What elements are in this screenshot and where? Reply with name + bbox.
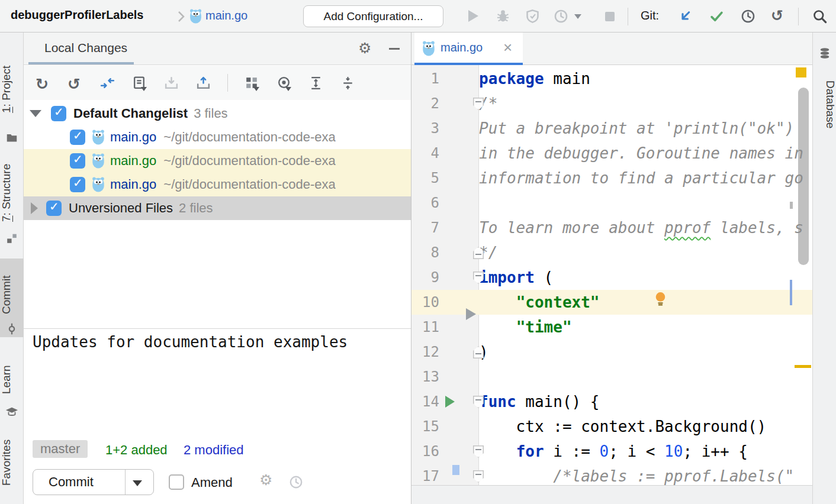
line-number[interactable]: 12 bbox=[411, 340, 439, 364]
git-update-button[interactable] bbox=[677, 8, 693, 24]
breadcrumb-project[interactable]: debuggerProfilerLabels bbox=[11, 8, 144, 22]
code-text[interactable]: "context" bbox=[479, 290, 600, 315]
expand-all-icon[interactable] bbox=[308, 75, 324, 91]
sidebar-item-structure[interactable]: 7: Structure bbox=[0, 155, 24, 231]
line-number[interactable]: 5 bbox=[411, 166, 439, 190]
code-line[interactable]: 5information to find a particular go bbox=[411, 166, 812, 190]
code-line[interactable]: 15 ctx := context.Background() bbox=[411, 414, 812, 439]
search-everywhere-button[interactable] bbox=[812, 8, 828, 24]
profiler-dropdown-icon[interactable] bbox=[574, 14, 581, 19]
breadcrumb-file[interactable]: main.go bbox=[205, 9, 247, 22]
vcs-change-marker[interactable] bbox=[452, 465, 459, 475]
code-text[interactable]: in the debugger. Goroutine names in bbox=[479, 141, 803, 166]
commit-message-input[interactable]: Updates for documentation examples bbox=[33, 333, 348, 351]
line-number[interactable]: 17 bbox=[411, 464, 439, 485]
changelist-row[interactable]: Default Changelist 3 files bbox=[24, 102, 411, 125]
sidebar-item-project[interactable]: 1: Project bbox=[0, 50, 24, 128]
code-text[interactable]: ctx := context.Background() bbox=[479, 414, 766, 439]
line-number[interactable]: 14 bbox=[411, 389, 439, 414]
panel-divider[interactable] bbox=[24, 328, 411, 329]
tab-main-go[interactable]: main.go × bbox=[414, 33, 523, 65]
sidebar-item-database[interactable]: Database bbox=[813, 66, 836, 143]
code-line[interactable]: 10 "context" bbox=[411, 290, 812, 315]
rollback-icon[interactable]: ↺ bbox=[67, 75, 83, 91]
intention-bulb-icon[interactable] bbox=[652, 290, 668, 306]
line-number[interactable]: 2 bbox=[411, 91, 439, 116]
commit-button[interactable]: Commit bbox=[33, 469, 154, 495]
sidebar-item-commit-label[interactable]: Commit bbox=[0, 267, 24, 322]
code-line[interactable]: 6 bbox=[411, 190, 812, 215]
line-number[interactable]: 15 bbox=[411, 414, 439, 439]
line-number[interactable]: 6 bbox=[411, 190, 439, 215]
add-configuration-button[interactable]: Add Configuration... bbox=[303, 5, 443, 27]
warning-stripe-mark[interactable] bbox=[795, 365, 811, 368]
unshelve-icon[interactable] bbox=[195, 75, 211, 91]
changelist-icon[interactable] bbox=[131, 75, 147, 91]
code-text[interactable]: To learn more about pprof labels, s bbox=[479, 215, 803, 240]
code-line[interactable]: 2/* bbox=[411, 91, 812, 116]
commit-options-gear-icon[interactable]: ⚙ bbox=[259, 471, 272, 489]
line-number[interactable]: 1 bbox=[411, 66, 439, 91]
changed-lines-stripe-mark[interactable] bbox=[790, 280, 792, 305]
code-line[interactable]: 13 bbox=[411, 364, 812, 389]
changelist-checkbox[interactable] bbox=[51, 106, 66, 121]
code-text[interactable]: /*labels := pprof.Labels(" bbox=[479, 464, 794, 485]
editor-scrollbar[interactable] bbox=[798, 88, 809, 265]
changed-file-row[interactable]: main.go~/git/documentation-code-exa bbox=[24, 125, 411, 149]
code-text[interactable]: package main bbox=[479, 66, 590, 91]
code-line[interactable]: 9import ( bbox=[411, 265, 812, 290]
code-text[interactable]: func main() { bbox=[479, 389, 600, 414]
refresh-icon[interactable]: ↻ bbox=[36, 75, 52, 91]
git-history-button[interactable] bbox=[740, 8, 756, 24]
code-editor[interactable]: 1package main2/*3Put a breakpoint at 'pr… bbox=[411, 65, 812, 485]
line-number[interactable]: 11 bbox=[411, 315, 439, 340]
code-line[interactable]: 11 "time" bbox=[411, 315, 812, 340]
file-checkbox[interactable] bbox=[70, 130, 85, 145]
code-line[interactable]: 12) bbox=[411, 340, 812, 364]
tab-local-changes[interactable]: Local Changes bbox=[44, 41, 127, 55]
code-text[interactable]: information to find a particular go bbox=[479, 166, 803, 190]
gear-icon[interactable]: ⚙ bbox=[358, 40, 371, 57]
unversioned-files-row[interactable]: Unversioned Files 2 files bbox=[24, 196, 411, 220]
line-number[interactable]: 7 bbox=[411, 215, 439, 240]
collapse-arrow-icon[interactable] bbox=[31, 202, 38, 214]
line-number[interactable]: 16 bbox=[411, 439, 439, 464]
code-line[interactable]: 1package main bbox=[411, 66, 812, 91]
code-text[interactable]: import ( bbox=[479, 265, 553, 290]
profiler-button[interactable] bbox=[553, 8, 569, 24]
stop-button[interactable] bbox=[605, 12, 615, 21]
run-button[interactable] bbox=[468, 10, 478, 22]
line-number[interactable]: 4 bbox=[411, 141, 439, 166]
group-by-icon[interactable] bbox=[244, 75, 260, 91]
code-line[interactable]: 7To learn more about pprof labels, s bbox=[411, 215, 812, 240]
unversioned-checkbox[interactable] bbox=[46, 201, 62, 216]
git-rollback-button[interactable]: ↺ bbox=[771, 8, 783, 24]
update-project-icon[interactable] bbox=[99, 75, 115, 91]
changed-file-row[interactable]: main.go~/git/documentation-code-exa bbox=[24, 173, 411, 196]
code-text[interactable]: Put a breakpoint at 'println("ok") bbox=[479, 116, 794, 141]
hide-panel-icon[interactable] bbox=[389, 48, 400, 50]
run-with-coverage-button[interactable] bbox=[525, 8, 541, 24]
code-line[interactable]: 14func main() { bbox=[411, 389, 812, 414]
commit-dropdown-icon[interactable] bbox=[133, 480, 142, 486]
code-line[interactable]: 3Put a breakpoint at 'println("ok") bbox=[411, 116, 812, 141]
code-line[interactable]: 17 /*labels := pprof.Labels(" bbox=[411, 464, 812, 485]
close-tab-icon[interactable]: × bbox=[503, 38, 512, 57]
git-commit-button[interactable] bbox=[709, 8, 725, 24]
line-number[interactable]: 13 bbox=[411, 364, 439, 389]
file-checkbox[interactable] bbox=[70, 153, 85, 169]
amend-checkbox[interactable] bbox=[169, 474, 184, 490]
preview-diff-icon[interactable] bbox=[276, 75, 292, 91]
file-checkbox[interactable] bbox=[70, 177, 85, 192]
changed-file-row[interactable]: main.go~/git/documentation-code-exa bbox=[24, 149, 411, 173]
code-line[interactable]: 16 for i := 0; i < 10; i++ { bbox=[411, 439, 812, 464]
line-number[interactable]: 9 bbox=[411, 265, 439, 290]
line-number[interactable]: 10 bbox=[411, 290, 439, 315]
collapse-all-icon[interactable] bbox=[340, 75, 356, 91]
sidebar-item-learn[interactable]: Learn bbox=[0, 356, 24, 403]
line-number[interactable]: 3 bbox=[411, 116, 439, 141]
debug-button[interactable] bbox=[495, 8, 511, 24]
line-number[interactable]: 8 bbox=[411, 240, 439, 265]
code-text[interactable]: "time" bbox=[479, 315, 572, 340]
code-line[interactable]: 8*/ bbox=[411, 240, 812, 265]
